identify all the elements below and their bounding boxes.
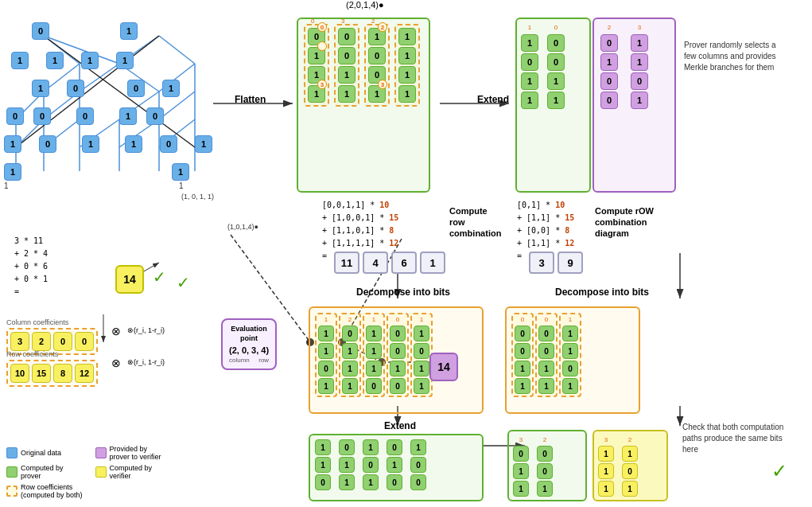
extend-label: Extend: [477, 94, 509, 105]
eval-point-label: Evaluation: [229, 325, 269, 333]
legend: Original data Provided byprover to verif…: [6, 445, 161, 499]
legend-original-label: Original data: [21, 449, 61, 457]
bit-col1: 1 1 1 0 1: [315, 313, 337, 397]
ext-c1r1: 1: [521, 34, 538, 52]
legend-prover-label: Provided byprover to verifier: [110, 445, 161, 461]
orig-cell-r5c5: 0: [160, 135, 177, 153]
ext-c3r4: 0: [600, 92, 618, 109]
orig-cell-r4c5: 0: [146, 107, 164, 125]
bit-c2r3: 1: [342, 361, 358, 376]
bit2-c2r1: 0: [538, 326, 554, 341]
point-label-1: (1, 0, 1, 1): [181, 193, 214, 201]
ybit-c2r3: 1: [622, 481, 638, 497]
result-1-1: 11: [334, 252, 359, 274]
bit-col3: 1 1 1 1 0: [363, 313, 385, 397]
ext-c4r4: 1: [631, 92, 648, 109]
bit-c3r3: 1: [366, 361, 382, 376]
ext-c2r2: 0: [547, 53, 565, 71]
tensor-label-2: ⊗(r_i, 1-r_i): [127, 358, 165, 366]
ext-bit-col3: 1 0 1: [363, 439, 379, 490]
row-coeff-1: 10: [10, 364, 29, 383]
legend-comp-verifier-label: Computed byverifier: [110, 464, 153, 480]
flat-col4: 1 1 1 1: [394, 24, 420, 107]
legend-computed-verifier: Computed byverifier: [95, 464, 161, 480]
tensor-symbol-1: ⊗: [111, 325, 121, 337]
orig-cell-r1c1: 0: [32, 22, 49, 40]
point-label-3-area: (2,0,1,4)●: [346, 0, 384, 10]
ext-bit-c1r1: 1: [315, 439, 331, 455]
decompose-label-1: Decompose into bits: [356, 287, 450, 298]
flat-c2r2: 0: [338, 47, 355, 64]
ext-bit-c2r2: 1: [339, 457, 355, 473]
svg-text:✓: ✓: [771, 460, 787, 482]
bit2-c1r3: 1: [515, 361, 530, 376]
tensor-symbol-2: ⊗: [111, 357, 121, 369]
flatten-label: Flatten: [235, 94, 266, 105]
bit2-col1: 0 0 0 1 1: [511, 313, 534, 397]
grid-bottom-label-2: 1: [179, 181, 184, 190]
bit-c4r4: 0: [390, 378, 406, 394]
col-coeff-1: 3: [10, 332, 29, 351]
bit-c4r2: 0: [390, 343, 406, 359]
col-coeff-3: 0: [53, 332, 72, 351]
row-coeff-4: 12: [75, 364, 94, 383]
orig-cell-r2c4: 1: [116, 52, 134, 69]
eval-point-value: (2, 0, 3, 4): [229, 345, 269, 355]
check-text: Check that both computation paths produc…: [682, 422, 786, 455]
ext-bit-col5: 1 0 0: [410, 439, 426, 490]
row-coeff-3: 8: [53, 364, 72, 383]
ext-bit-c2r1: 0: [339, 439, 355, 455]
orig-cell-r6c2: 1: [172, 163, 189, 181]
rbit-c2r2: 0: [537, 463, 553, 479]
rbit-c2r1: 0: [537, 446, 553, 462]
bit-c1r1: 1: [318, 326, 334, 341]
orig-cell-r3c3: 0: [127, 80, 145, 97]
big-val-14: 14: [115, 265, 144, 294]
flat-c2r3: 1: [338, 66, 355, 84]
bit-c5r3: 1: [414, 361, 429, 376]
result-2-1: 3: [529, 252, 554, 274]
orig-cell-r5c4: 1: [125, 135, 142, 153]
ext-bit-col2: 0 1 1: [339, 439, 355, 490]
orig-cell-r4c1: 0: [6, 107, 24, 125]
result-row-2: 3 9: [529, 252, 583, 274]
row-coefficients-area: Row coefficients 10 15 8 12: [6, 350, 98, 387]
ext-c2r3: 1: [547, 72, 565, 90]
compute-row-comb-1: Computerowcombination: [449, 205, 521, 239]
flat-c1r2: 1: [308, 47, 325, 64]
legend-comp-prover-label: Computed byprover: [21, 464, 64, 480]
legend-row-coeffs-label: Row coefficients(computed by both): [21, 483, 83, 499]
extend-label-2: Extend: [384, 420, 416, 431]
bit-col2: 2 0 1 1 1: [339, 313, 361, 397]
bit-c4r3: 1: [390, 361, 406, 376]
bit-c5r4: 1: [414, 378, 429, 394]
ext-c2r4: 1: [547, 92, 565, 109]
ext-c2r1: 0: [547, 34, 565, 52]
eval-val-14: 14: [429, 353, 458, 381]
ext-c3r2: 1: [600, 53, 618, 71]
orig-cell-r4c2: 0: [33, 107, 51, 125]
flat-c4r3: 1: [398, 66, 416, 84]
flat-c2r1: 0: [338, 28, 355, 45]
flat-c4r4: 1: [398, 85, 416, 103]
flat-c3r4: 13: [368, 85, 386, 103]
ext-col1: 1 1 0 1 1: [521, 24, 538, 109]
legend-computed-prover: Computed byprover: [6, 464, 83, 480]
flat-c2r4: 1: [338, 85, 355, 103]
bit2-c3r4: 1: [562, 378, 578, 394]
flat-c2-top-label: 3: [341, 18, 344, 25]
bit2-c2r4: 1: [538, 378, 554, 394]
ext-col4-purple: 3 1 1 0 1: [631, 24, 648, 109]
orig-cell-r2c2: 1: [46, 52, 64, 69]
svg-text:✓: ✓: [177, 274, 190, 291]
ext-c1r3: 1: [521, 72, 538, 90]
eval-14-box: 14: [429, 353, 458, 381]
bit2-c1r4: 1: [515, 378, 530, 394]
bit-col4: 0 0 0 1 0: [387, 313, 409, 397]
ext-bit-c2r3: 1: [339, 474, 355, 490]
orig-row2: 1 1 1 1: [11, 52, 134, 69]
ybit-c1r2: 1: [598, 463, 614, 479]
orig-cell-r1c2: 1: [120, 22, 138, 40]
bit-c3r4: 0: [366, 378, 382, 394]
ext-bit-c4r1: 0: [387, 439, 402, 455]
